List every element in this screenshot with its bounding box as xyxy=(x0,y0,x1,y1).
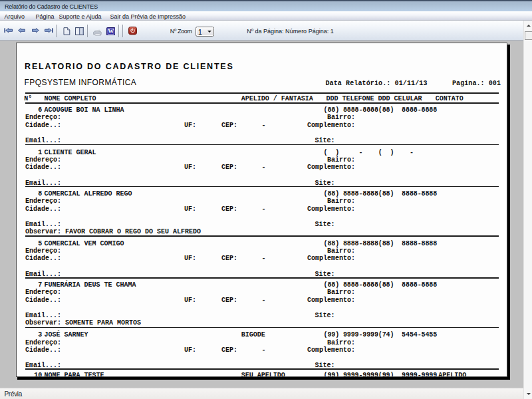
svg-text:W: W xyxy=(108,28,114,35)
